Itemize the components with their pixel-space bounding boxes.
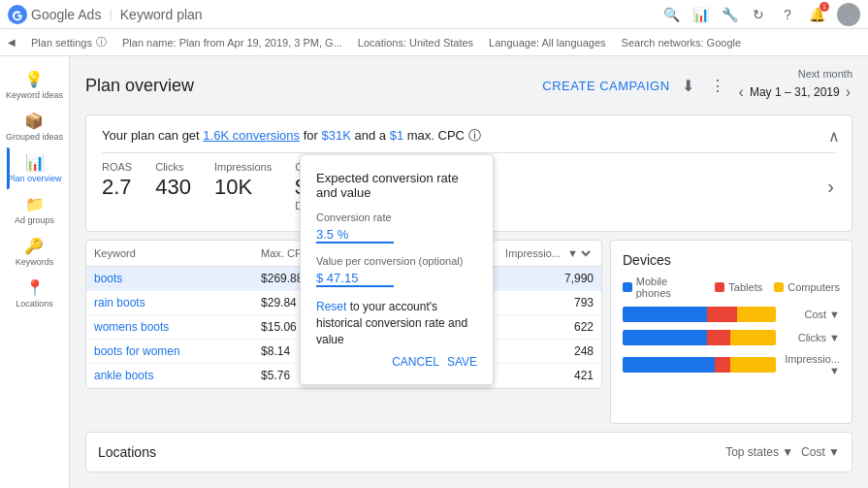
- dropdown-actions: CANCEL SAVE: [316, 355, 477, 369]
- devices-column: Devices Mobile phones Tablets Compute: [610, 240, 852, 424]
- avatar[interactable]: [837, 3, 860, 26]
- legend-computers: Computers: [774, 276, 840, 299]
- impressions-bar: [623, 357, 776, 373]
- sidebar-item-label: Plan overview: [7, 174, 61, 183]
- download-button[interactable]: ⬇: [678, 73, 698, 99]
- clicks-bar: [623, 330, 776, 345]
- subnav: ◀ Plan settings ⓘ Plan name: Plan from A…: [0, 29, 868, 56]
- notification-badge: 1: [820, 2, 829, 12]
- conversions-value[interactable]: 1.6K conversions: [203, 128, 300, 143]
- cost-bar-computers: [737, 307, 776, 322]
- sidebar-item-label: Keyword ideas: [6, 90, 63, 100]
- sidebar-item-locations[interactable]: 📍 Locations: [0, 273, 69, 314]
- impressions-bar-row: Impressio... ▼: [623, 353, 840, 376]
- save-button[interactable]: SAVE: [447, 355, 477, 369]
- header-actions: CREATE CAMPAIGN ⬇ ⋮: [542, 73, 728, 99]
- top-states-dropdown[interactable]: Top states ▼: [725, 445, 793, 459]
- keyword-cell[interactable]: boots for women: [86, 340, 253, 364]
- cost-bar-label[interactable]: Cost ▼: [782, 309, 840, 320]
- locations-info: Locations: United States: [358, 37, 473, 49]
- keyword-cell[interactable]: boots: [86, 267, 253, 291]
- page-header: Plan overview CREATE CAMPAIGN ⬇ ⋮ Next m…: [85, 68, 852, 103]
- impressions-metric: Impressions 10K: [214, 161, 272, 211]
- mobile-dot: [623, 282, 632, 292]
- date-range: ‹ May 1 – 31, 2019 ›: [737, 81, 852, 103]
- cpc-info-icon[interactable]: ⓘ: [468, 128, 481, 143]
- tablets-dot: [715, 282, 724, 292]
- plan-overview-icon: 📊: [25, 153, 45, 172]
- reset-link[interactable]: Reset: [316, 300, 346, 313]
- topbar-title: Keyword plan: [120, 7, 203, 22]
- clicks-metric: Clicks 430: [155, 161, 191, 211]
- devices-panel: Devices Mobile phones Tablets Compute: [610, 240, 852, 424]
- cost-dropdown[interactable]: Cost ▼: [801, 445, 840, 459]
- prev-month-button[interactable]: ‹: [737, 81, 746, 103]
- more-options-button[interactable]: ⋮: [706, 73, 729, 99]
- locations-title: Locations: [98, 444, 718, 460]
- topbar: Google Ads | Keyword plan 🔍 📊 🔧 ↻ ? 🔔 1: [0, 0, 868, 29]
- plan-settings[interactable]: Plan settings ⓘ: [31, 35, 107, 49]
- col-keyword[interactable]: Keyword: [86, 241, 253, 267]
- keyword-cell[interactable]: rain boots: [86, 291, 253, 315]
- value-per-conversion-input[interactable]: [316, 271, 394, 287]
- sidebar-item-label: Grouped ideas: [6, 132, 63, 142]
- cost-bar: [623, 307, 776, 322]
- cost-bar-tablets: [707, 307, 738, 322]
- sidebar-item-label: Locations: [16, 299, 53, 309]
- metrics-next-button[interactable]: ›: [825, 161, 836, 211]
- sidebar: 💡 Keyword ideas 📦 Grouped ideas 📊 Plan o…: [0, 56, 70, 488]
- sidebar-item-ad-groups[interactable]: 📁 Ad groups: [0, 189, 69, 231]
- impressions-bar-tablets: [715, 357, 730, 373]
- reports-icon[interactable]: 📊: [691, 6, 709, 23]
- reset-text: Reset to your account's historical conve…: [316, 299, 477, 347]
- keyword-cell[interactable]: ankle boots: [86, 364, 253, 388]
- sidebar-item-plan-overview[interactable]: 📊 Plan overview: [0, 147, 69, 189]
- cost-bar-mobile: [623, 307, 707, 322]
- sidebar-item-label: Ad groups: [15, 215, 54, 225]
- locations-panel: Locations Top states ▼ Cost ▼: [85, 432, 852, 472]
- clicks-bar-tablets: [707, 330, 730, 345]
- help-icon[interactable]: ?: [779, 6, 796, 23]
- conversion-rate-section: Conversion rate: [316, 211, 477, 244]
- search-networks-info: Search networks: Google: [622, 37, 742, 49]
- clicks-bar-label[interactable]: Clicks ▼: [782, 332, 840, 343]
- notification-icon[interactable]: 🔔 1: [808, 6, 825, 23]
- keyword-cell[interactable]: womens boots: [86, 315, 253, 340]
- roas-metric: ROAS 2.7: [102, 161, 132, 211]
- google-icon: [8, 5, 27, 24]
- grouped-ideas-icon: 📦: [24, 112, 44, 130]
- value-per-conversion-section: Value per conversion (optional): [316, 255, 477, 287]
- conversion-dropdown: Expected conversion rate and value Conve…: [300, 154, 494, 385]
- collapse-button[interactable]: ∧: [824, 123, 844, 149]
- cost-value: $31K: [322, 128, 351, 143]
- refresh-icon[interactable]: ↻: [750, 6, 767, 23]
- page-title: Plan overview: [85, 76, 542, 96]
- clicks-bar-row: Clicks ▼: [623, 330, 840, 345]
- sidebar-item-grouped-ideas[interactable]: 📦 Grouped ideas: [0, 106, 69, 147]
- cancel-button[interactable]: CANCEL: [392, 355, 439, 369]
- subnav-arrow[interactable]: ◀: [8, 37, 16, 48]
- impressions-sort-dropdown[interactable]: ▼: [563, 246, 594, 260]
- cost-bar-row: Cost ▼: [623, 307, 840, 322]
- sidebar-item-keywords[interactable]: 🔑 Keywords: [0, 231, 69, 273]
- ad-groups-icon: 📁: [25, 195, 45, 213]
- devices-legend: Mobile phones Tablets Computers: [623, 276, 840, 299]
- next-month-button[interactable]: ›: [844, 81, 852, 103]
- topbar-right: 🔍 📊 🔧 ↻ ? 🔔 1: [662, 3, 860, 26]
- plan-name: Plan name: Plan from Apr 19, 2019, 3 PM,…: [122, 37, 342, 49]
- impressions-bar-label[interactable]: Impressio... ▼: [782, 353, 840, 376]
- language-info: Language: All languages: [489, 37, 606, 49]
- conversion-rate-input[interactable]: [316, 227, 394, 244]
- legend-mobile: Mobile phones: [623, 276, 703, 299]
- date-range-group: Next month ‹ May 1 – 31, 2019 ›: [737, 68, 852, 103]
- search-icon[interactable]: 🔍: [662, 6, 680, 23]
- computers-dot: [774, 282, 784, 292]
- svg-point-0: [8, 5, 27, 24]
- conversion-panel: Your plan can get 1.6K conversions for $…: [85, 114, 852, 232]
- sidebar-item-keyword-ideas[interactable]: 💡 Keyword ideas: [0, 64, 69, 106]
- create-campaign-button[interactable]: CREATE CAMPAIGN: [542, 79, 669, 93]
- dropdown-title: Expected conversion rate and value: [316, 171, 477, 200]
- locations-icon: 📍: [25, 278, 45, 297]
- tools-icon[interactable]: 🔧: [721, 6, 738, 23]
- main-content: Plan overview CREATE CAMPAIGN ⬇ ⋮ Next m…: [70, 56, 868, 488]
